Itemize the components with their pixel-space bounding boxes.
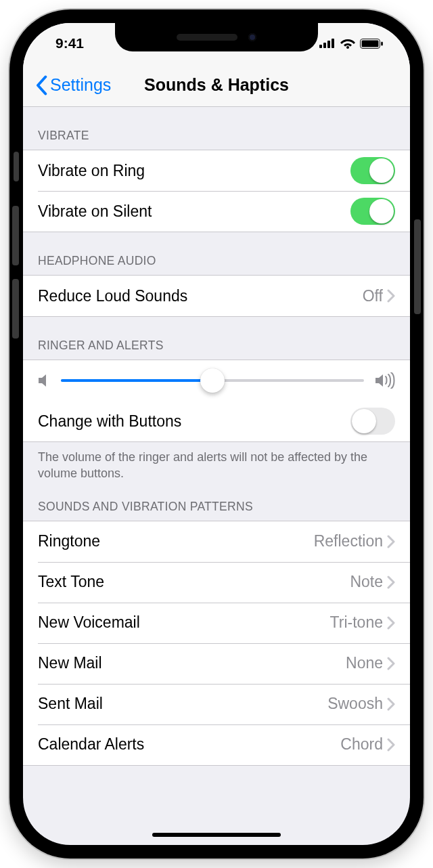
row-label: Vibrate on Silent [38,202,350,221]
row-label: Ringtone [38,532,314,550]
wifi-icon [340,38,355,49]
section-header-ringer: Ringer and Alerts [23,317,410,360]
volume-down-button [12,279,19,339]
content-scroll[interactable]: Vibrate Vibrate on Ring Vibrate on Silen… [23,107,410,845]
speaker-low-icon [38,373,50,388]
svg-rect-0 [319,45,322,48]
chevron-left-icon [35,75,47,95]
row-vibrate-on-ring[interactable]: Vibrate on Ring [23,150,410,191]
chevron-right-icon [387,535,395,548]
row-detail: Chord [340,735,383,754]
group-ringer: Change with Buttons [23,360,410,442]
section-header-patterns: Sounds and Vibration Patterns [23,485,410,521]
toggle-vibrate-on-silent[interactable] [350,198,395,225]
svg-point-4 [346,46,349,49]
svg-rect-7 [381,41,383,45]
row-calendar-alerts[interactable]: Calendar AlertsChord [23,724,410,765]
chevron-right-icon [387,576,395,589]
section-footer-ringer: The volume of the ringer and alerts will… [23,442,410,485]
svg-rect-2 [327,41,330,48]
section-header-vibrate: Vibrate [23,107,410,150]
row-change-with-buttons[interactable]: Change with Buttons [23,401,410,441]
row-detail: Reflection [314,532,383,550]
phone-screen: 9:41 [23,23,410,845]
group-headphone: Reduce Loud Sounds Off [23,275,410,317]
chevron-right-icon [387,657,395,670]
back-button[interactable]: Settings [35,64,111,106]
notch [115,23,318,51]
volume-slider[interactable] [61,379,364,382]
row-label: Calendar Alerts [38,735,340,754]
earpiece-speaker [177,34,237,41]
slider-knob[interactable] [200,368,225,393]
nav-bar: Settings Sounds & Haptics [23,64,410,107]
row-label: Sent Mail [38,695,327,713]
phone-bezel: 9:41 [20,20,413,848]
row-sent-mail[interactable]: Sent MailSwoosh [23,684,410,724]
mute-switch [14,152,19,181]
power-button [414,219,421,314]
home-indicator[interactable] [152,833,281,837]
svg-rect-6 [362,40,379,47]
row-detail: Swoosh [327,695,383,713]
speaker-high-icon [375,372,395,389]
section-header-headphone: Headphone Audio [23,232,410,275]
chevron-right-icon [387,697,395,711]
row-reduce-loud-sounds[interactable]: Reduce Loud Sounds Off [23,276,410,316]
row-label: New Voicemail [38,613,330,632]
front-camera [248,33,256,41]
toggle-change-with-buttons[interactable] [350,408,395,435]
group-vibrate: Vibrate on Ring Vibrate on Silent [23,150,410,232]
svg-rect-3 [332,39,334,48]
row-label: Text Tone [38,573,350,591]
row-label: Vibrate on Ring [38,162,350,180]
toggle-vibrate-on-ring[interactable] [350,157,395,184]
svg-rect-1 [323,43,326,48]
volume-up-button [12,206,19,265]
row-detail: None [346,654,383,672]
cellular-icon [319,39,336,48]
row-text-tone[interactable]: Text ToneNote [23,562,410,603]
row-detail: Tri-tone [330,613,383,632]
phone-frame: 9:41 [9,9,424,859]
battery-icon [360,39,383,49]
chevron-right-icon [387,289,395,303]
status-time: 9:41 [55,35,84,51]
chevron-right-icon [387,738,395,752]
row-label: Change with Buttons [38,412,350,431]
back-label: Settings [50,75,111,95]
group-patterns: RingtoneReflectionText ToneNoteNew Voice… [23,521,410,766]
row-new-mail[interactable]: New MailNone [23,643,410,684]
row-vibrate-on-silent[interactable]: Vibrate on Silent [23,191,410,232]
status-icons [319,38,383,49]
row-label: New Mail [38,654,346,672]
row-detail: Note [350,573,383,591]
chevron-right-icon [387,616,395,630]
row-detail: Off [363,287,383,305]
row-new-voicemail[interactable]: New VoicemailTri-tone [23,603,410,643]
row-ringtone[interactable]: RingtoneReflection [23,521,410,562]
page-title: Sounds & Haptics [144,75,289,95]
row-label: Reduce Loud Sounds [38,287,363,305]
row-volume-slider [23,360,410,401]
